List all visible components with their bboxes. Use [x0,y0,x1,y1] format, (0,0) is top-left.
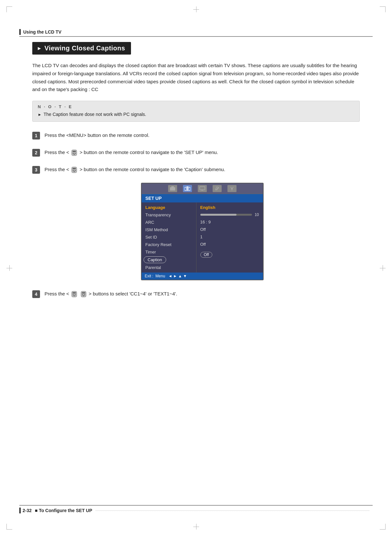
step-4-number: 4 [32,290,40,298]
svg-point-4 [74,154,75,155]
section-title: Viewing Closed Captions [45,45,125,52]
tv-icon-wrench [213,185,222,192]
note-arrow-icon: ► [38,112,42,117]
section-header-arrow-icon: ► [37,46,42,51]
tv-menu-item-parental[interactable]: Parental [142,264,196,271]
cross-bottom [193,524,199,530]
svg-rect-11 [171,186,174,187]
footer-accent [19,508,21,513]
step-3-number: 3 [32,166,40,174]
tv-right-ism: Off [200,226,260,233]
cross-top [193,6,199,12]
svg-point-8 [75,170,76,171]
svg-rect-24 [82,292,85,294]
tv-right-timer [200,248,260,251]
step-2-text: Press the < > button on the remote contr… [45,149,218,156]
note-item-text: The Caption feature dose not work with P… [44,112,146,117]
tv-icon-antenna [227,185,236,192]
corner-mark-bl [6,524,12,530]
tv-menu-item-transparency[interactable]: Transparency [142,211,196,219]
tv-screenshot-area: SET UP Language Transparency ARC ISM Met… [45,183,360,280]
tv-right-caption: Off [200,251,260,259]
tv-menu-bar: Exit : Menu ◄ ► ▲ ▼ [142,273,263,280]
tv-screenshot: SET UP Language Transparency ARC ISM Met… [141,183,264,280]
svg-point-3 [75,153,76,154]
corner-mark-br [380,524,386,530]
section-description: The LCD TV can decodes and displays the … [32,62,360,94]
tv-right-english: English [200,204,260,211]
step-4-text: Press the < > buttons to select 'CC1~4' … [45,290,177,298]
svg-rect-10 [170,187,175,191]
svg-point-21 [75,294,76,295]
note-title: N · O · T · E [38,104,354,109]
svg-rect-19 [73,292,76,294]
tv-menu-item-arc[interactable]: ARC [142,219,196,226]
svg-point-9 [74,171,75,172]
tv-menu-item-language[interactable]: Language [142,204,196,211]
step-2-number: 2 [32,149,40,157]
cross-right [380,265,386,271]
step-3: 3 Press the < > button on the remote con… [32,166,360,174]
tv-menu-item-ism[interactable]: ISM Method [142,226,196,233]
tv-menu-item-factory[interactable]: Factory Reset [142,241,196,248]
footer-page: 2-32 [23,508,32,513]
svg-rect-14 [186,186,188,187]
tv-menu-item-caption-row[interactable]: Caption [142,256,196,264]
svg-point-2 [73,153,74,154]
header-bar-title: Using the LCD TV [23,29,61,35]
step-2: 2 Press the < > button on the remote con… [32,149,360,157]
svg-point-25 [82,294,83,295]
footer-dots [95,510,369,511]
svg-point-12 [186,188,189,190]
svg-point-7 [73,170,74,171]
tv-right-arc: 16 : 9 [200,218,260,226]
svg-rect-15 [200,187,205,190]
header-bar: Using the LCD TV [19,29,373,37]
svg-point-22 [74,295,75,296]
svg-rect-6 [73,168,76,169]
corner-mark-tl [6,6,12,12]
tv-menu-item-timer[interactable]: Timer [142,248,196,256]
tv-menu-body: Language Transparency ARC ISM Method Set… [142,202,263,273]
footer-bar: 2-32 ■ To Configure the SET UP [19,505,373,513]
remote-icon-2 [71,149,78,156]
note-item: ► The Caption feature dose not work with… [38,112,354,117]
tv-icon-tv [168,185,177,192]
tv-menu-header: SET UP [142,194,263,202]
tv-menu-right: English 10 16 : 9 Off 1 Off Off [196,202,263,273]
svg-rect-16 [201,190,203,191]
svg-rect-1 [73,151,76,152]
step-1-number: 1 [32,132,40,139]
cross-left [6,265,12,271]
tv-menu-left: Language Transparency ARC ISM Method Set… [142,202,196,273]
main-content: ► Viewing Closed Captions The LCD TV can… [32,42,360,307]
tv-menu-bar-text: Exit : Menu ◄ ► ▲ ▼ [145,274,187,278]
svg-point-20 [73,294,74,295]
remote-icon-4a [71,291,78,298]
section-header: ► Viewing Closed Captions [32,42,131,55]
tv-menu-item-setid[interactable]: Set ID [142,233,196,241]
svg-point-17 [231,188,233,190]
tv-right-slider: 10 [200,211,260,218]
corner-mark-tr [380,6,386,12]
remote-icon-3 [71,166,78,173]
tv-icon-camera [183,185,192,192]
tv-menu-header-text: SET UP [146,196,162,201]
footer-text: ■ To Configure the SET UP [35,508,92,513]
note-box: N · O · T · E ► The Caption feature dose… [32,101,360,122]
tv-right-setid: 1 [200,233,260,241]
tv-icon-monitor [198,185,207,192]
svg-point-26 [84,294,85,295]
svg-point-27 [83,295,84,296]
footer-left: 2-32 ■ To Configure the SET UP [19,508,92,513]
tv-right-factory: Off [200,241,260,248]
header-bar-accent [19,29,21,35]
step-3-text: Press the < > button on the remote contr… [45,166,225,173]
tv-icons-bar [142,183,263,194]
step-4: 4 Press the < > buttons to select 'CC1~4… [32,290,360,298]
step-1-text: Press the <MENU> button on the remote co… [45,131,149,139]
step-1: 1 Press the <MENU> button on the remote … [32,131,360,139]
remote-icon-4b [80,291,87,298]
